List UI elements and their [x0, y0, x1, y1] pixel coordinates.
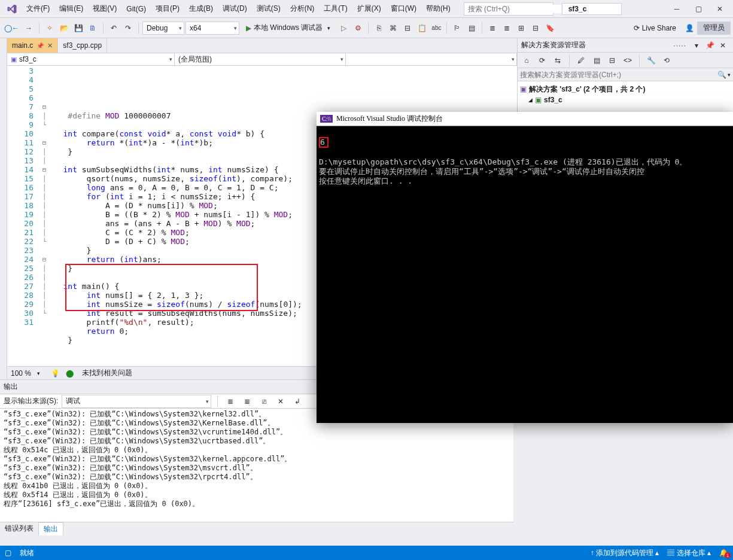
menu-edit[interactable]: 编辑(E)	[54, 1, 88, 16]
se-tool4-icon[interactable]: <>	[621, 54, 634, 67]
tb-flag-icon[interactable]: 🏳	[451, 22, 464, 35]
se-tool5-icon[interactable]: ⟲	[660, 54, 673, 67]
tb-comment-icon[interactable]: ≣	[486, 22, 499, 35]
se-pin-icon[interactable]: 📌	[703, 39, 716, 52]
scope-global[interactable]: (全局范围)	[175, 53, 346, 65]
out-wrap-icon[interactable]: ↲	[291, 395, 304, 408]
console-hint1: 要在调试停止时自动关闭控制台，请启用“工具”->“选项”->“调试”->“调试停…	[319, 167, 644, 176]
undo-icon[interactable]: ↶	[107, 22, 120, 35]
out-clear-icon[interactable]: ✕	[274, 395, 287, 408]
save-all-icon[interactable]: 🗎	[86, 22, 99, 35]
menu-build[interactable]: 生成(B)	[184, 1, 218, 16]
platform-select[interactable]: x64	[185, 22, 239, 35]
menu-extensions[interactable]: 扩展(X)	[352, 1, 386, 16]
menu-project[interactable]: 项目(P)	[151, 1, 184, 16]
project-label: sf3_c	[544, 96, 562, 104]
tb-extra2-icon[interactable]: ⌘	[387, 22, 400, 35]
se-dropdown-icon[interactable]: ▾	[690, 39, 703, 52]
refresh-icon[interactable]: ⚙	[351, 22, 364, 35]
feedback-icon[interactable]: 👤	[683, 22, 696, 35]
solution-explorer-title: 解决方案资源管理器	[521, 40, 670, 50]
output-source-select[interactable]: 调试	[62, 395, 211, 408]
nav-fwd-icon[interactable]: →	[22, 22, 35, 35]
start-nodebug-icon[interactable]: ▷	[337, 22, 350, 35]
menu-file[interactable]: 文件(F)	[22, 1, 54, 16]
scope-project[interactable]: ▣sf3_c	[7, 53, 175, 65]
tab-error-list[interactable]: 错误列表	[0, 522, 38, 535]
minimize-button[interactable]: ─	[666, 2, 688, 16]
new-item-icon[interactable]: ✧	[43, 22, 56, 35]
solution-name-box[interactable]: sf3_c	[562, 3, 622, 15]
sb-src-control[interactable]: ↑ 添加到源代码管理 ▴	[591, 548, 659, 558]
maximize-button[interactable]: ▢	[688, 2, 709, 16]
issues-label: 未找到相关问题	[82, 368, 132, 378]
project-node[interactable]: ◢ ▣ sf3_c	[520, 95, 731, 105]
menu-view[interactable]: 视图(V)	[88, 1, 121, 16]
output-text[interactable]: “sf3_c.exe”(Win32): 已加载“C:\Windows\Syste…	[0, 409, 513, 522]
close-tab-icon[interactable]: ✕	[47, 42, 53, 50]
notification-bell-icon[interactable]: 🔔1	[719, 549, 728, 557]
search-input[interactable]	[464, 5, 561, 13]
out-tool3-icon[interactable]: ⎚	[257, 395, 270, 408]
liveshare-button[interactable]: ⟳Live Share	[628, 22, 682, 35]
se-search-input[interactable]	[520, 71, 717, 79]
se-home-icon[interactable]: ⌂	[520, 54, 533, 67]
search-icon: 🔍	[717, 71, 726, 79]
tb-outdent-icon[interactable]: ⊟	[529, 22, 542, 35]
lightbulb-icon[interactable]: 💡	[51, 369, 60, 378]
menu-tools[interactable]: 工具(T)	[319, 1, 352, 16]
tb-bookmark-icon[interactable]: 🔖	[543, 22, 556, 35]
se-dots: ·····	[673, 41, 686, 50]
tb-group1-icon[interactable]: ▤	[465, 22, 478, 35]
quick-search[interactable]: 🔍	[464, 2, 553, 16]
tb-indent-icon[interactable]: ⊞	[515, 22, 528, 35]
out-tool2-icon[interactable]: ≣	[241, 395, 254, 408]
liveshare-icon: ⟳	[634, 24, 640, 32]
tb-extra4-icon[interactable]: 📋	[415, 22, 428, 35]
file-tab-sf3cpp[interactable]: sf3_cpp.cpp	[58, 38, 107, 53]
save-icon[interactable]: 💾	[72, 22, 85, 35]
menu-git[interactable]: Git(G)	[121, 2, 151, 16]
menu-help[interactable]: 帮助(H)	[421, 1, 455, 16]
se-close-icon[interactable]: ✕	[716, 39, 729, 52]
menu-window[interactable]: 窗口(W)	[386, 1, 421, 16]
menu-analyze[interactable]: 分析(N)	[285, 1, 320, 16]
se-tool2-icon[interactable]: ▤	[590, 54, 603, 67]
solution-icon: ▣	[520, 85, 527, 93]
solution-root[interactable]: ▣ 解决方案 'sf3_c' (2 个项目，共 2 个)	[520, 84, 731, 95]
tb-uncomment-icon[interactable]: ≣	[500, 22, 513, 35]
menu-test[interactable]: 测试(S)	[252, 1, 285, 16]
out-tool1-icon[interactable]: ≣	[224, 395, 237, 408]
se-view-icon[interactable]: ⟳	[536, 54, 549, 67]
console-exit-line: D:\mysetup\gopath\src\dsy\sf3_c\x64\Debu…	[319, 157, 687, 166]
console-icon: C:\\	[320, 115, 333, 123]
start-debug-button[interactable]: ▶本地 Windows 调试器▾	[241, 22, 336, 35]
se-tool1-icon[interactable]: 🖉	[574, 54, 588, 67]
redo-icon[interactable]: ↷	[121, 22, 135, 35]
highlight-box-main	[65, 264, 258, 311]
se-sync-icon[interactable]: ⇆	[551, 54, 564, 67]
sb-repo-select[interactable]: ▤ 选择仓库 ▴	[667, 548, 711, 558]
close-window-button[interactable]: ✕	[709, 2, 731, 16]
scope-member[interactable]	[346, 53, 517, 65]
tab-output[interactable]: 输出	[38, 522, 63, 535]
play-icon: ▶	[246, 24, 251, 32]
menu-debug[interactable]: 调试(D)	[218, 1, 252, 16]
admin-badge: 管理员	[697, 22, 731, 35]
file-tab-main-c[interactable]: main.c 📌 ✕	[7, 38, 58, 53]
nav-back-icon[interactable]: ◯←	[2, 22, 21, 35]
scope-global-label: (全局范围)	[178, 54, 212, 65]
se-wrench-icon[interactable]: 🔧	[644, 54, 658, 67]
zoom-level[interactable]: 100 %	[11, 369, 31, 378]
tb-extra1-icon[interactable]: ⎘	[372, 22, 385, 35]
project-icon: ▣	[535, 96, 542, 104]
config-select[interactable]: Debug	[142, 22, 184, 35]
debug-console-window[interactable]: C:\\ Microsoft Visual Studio 调试控制台 6 D:\…	[317, 112, 733, 423]
expand-icon[interactable]: ◢	[528, 97, 533, 103]
se-tool3-icon[interactable]: ⊟	[606, 54, 619, 67]
project-icon: ▣	[11, 56, 17, 63]
open-icon[interactable]: 📂	[57, 22, 71, 35]
tb-abc-icon[interactable]: abc	[430, 22, 443, 35]
pin-icon[interactable]: 📌	[37, 42, 44, 49]
tb-extra3-icon[interactable]: ⊟	[401, 22, 414, 35]
